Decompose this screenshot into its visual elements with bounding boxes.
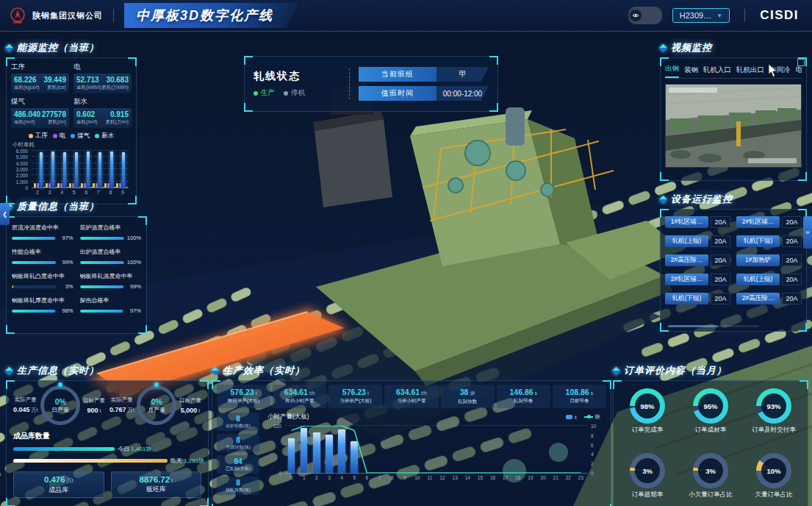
monthly-output-gauge: 0% 月产量 (137, 385, 176, 425)
panel-production-info: 生产信息（实时） 实际产量 0.045万t 0% 日产量 目标产量 900t (6, 364, 209, 506)
diamond-icon (659, 195, 667, 203)
scrollbar-thumb[interactable] (668, 325, 718, 327)
diamond-icon (5, 43, 13, 51)
inventory-yesterday-bar: 昨天1,293块 (13, 457, 201, 465)
efficiency-stat: 576.23t当班班产(大板) (328, 385, 382, 408)
hourly-chart-xticks: 01234567891011121314151617181920212223 (285, 475, 587, 480)
legend-dot (53, 134, 57, 138)
inventory-label: 成品库数量 (13, 431, 201, 441)
diamond-icon (659, 43, 667, 51)
visibility-toggle[interactable] (628, 7, 662, 24)
panel-title-text: 质量信息（当班） (17, 200, 99, 213)
equipment-row: 1#轧区辅…20A (665, 216, 730, 228)
efficiency-stat: 38块轧制块数 (441, 385, 495, 408)
energy-hourly-chart: 01,0002,0003,0004,0005,0006,000 (32, 151, 129, 188)
panel-title: 设备运行监控 (660, 193, 807, 206)
efficiency-stats-row: 576.23t昨日班产(大板) 634.61t/h昨日小时产量 576.23t当… (217, 385, 606, 408)
hourly-line-series (285, 426, 587, 473)
duty-time-value: 00:00-12:00 (436, 86, 489, 101)
efficiency-stat: 108.86s目标节奏 (553, 385, 606, 408)
right-axis-ticks: 0246810 (589, 426, 605, 473)
finished-store-stat: 0.476万t 成品库 (13, 471, 104, 498)
legend-dot (95, 134, 99, 138)
daily-output-gauge: 0% 日产量 (40, 385, 80, 425)
tab-camera-2[interactable]: 轧机入口 (703, 65, 731, 78)
side-stat: 8待轧块数(块) (217, 477, 259, 495)
legend-dot (71, 134, 75, 138)
hourly-output-chart: 小时产量(大板) t 块 0120 0246810 (265, 413, 606, 495)
energy-group: 电 52.71330.683 单耗(kWh/t)累耗(万kWh) (73, 62, 132, 93)
panel-title-text: 生产效率（实时） (223, 364, 305, 377)
quality-metric: 钢板终轧厚度命中率98% (12, 296, 73, 314)
quality-metric: 钢板终轧凸度命中率3% (12, 272, 73, 290)
efficiency-stat: 634.61t/h昨日小时产量 (273, 385, 326, 408)
production-panel-body: 实际产量 0.045万t 0% 日产量 目标产量 900t 实际产量 (6, 380, 209, 506)
top-bar-left: 陕钢集团汉钢公司 中厚板3D数字化产线 (0, 3, 298, 28)
equipment-row: 轧机(上辊)20A (665, 235, 730, 247)
producing-dot (254, 91, 258, 96)
equipment-panel-body: 1#轧区辅…20A 2#轧区辅…20A 轧机(上辊)20A 轧机(下辊)20A … (660, 209, 807, 332)
panel-title-text: 生产信息（实时） (17, 364, 99, 377)
order-donut: 3% 订单超期率 (630, 453, 665, 506)
chevron-down-icon: ▼ (716, 13, 722, 19)
tab-camera-5[interactable]: 电动辊 (796, 65, 802, 78)
efficiency-stat: 634.61t/h当班小时产量 (384, 385, 438, 408)
diamond-icon (612, 366, 620, 374)
diamond-icon (211, 366, 219, 374)
company-logo-icon (9, 7, 26, 24)
view-selector-dropdown[interactable]: H2309… ▼ (672, 8, 730, 23)
fullscreen-icon[interactable] (797, 59, 805, 66)
tab-camera-3[interactable]: 轧机出口 (736, 65, 764, 78)
camera-feed[interactable] (665, 84, 802, 168)
panel-title: 生产信息（实时） (6, 364, 209, 377)
equipment-row: 2#轧区辅…20A (736, 216, 802, 228)
tab-camera-1[interactable]: 装钢 (684, 65, 698, 78)
energy-chart-yticks: 01,0002,0003,0004,0005,0006,000 (11, 151, 30, 188)
camera-feed-image (666, 85, 801, 167)
panel-title-text: 视频监控 (671, 41, 712, 54)
panel-collapse-handle-right[interactable]: » (803, 216, 812, 249)
panel-collapse-handle-left[interactable]: ❮ (0, 203, 10, 225)
mouse-cursor (768, 63, 778, 78)
equipment-row: 2#高压除…20A (665, 254, 730, 266)
page-title: 中厚板3D数字化产线 (124, 3, 298, 28)
company-name: 陕钢集团汉钢公司 (32, 10, 103, 21)
energy-group: 新水 0.6020.915 单耗(m³/t)累耗(万m³) (73, 96, 132, 128)
diamond-icon (5, 366, 13, 374)
efficiency-side-stats: 8在炉坯数(块) 8当班计划(块) 84已轧制(大板) 8待轧块数(块) (217, 413, 259, 495)
divider (349, 68, 350, 99)
panel-title-text: 能源监控（当班） (17, 41, 99, 54)
equipment-row: 1#加热炉20A (736, 254, 802, 266)
energy-chart-xticks: 23456789 (32, 190, 129, 195)
eye-icon (630, 10, 642, 21)
panel-equipment-monitoring: 设备运行监控 1#轧区辅…20A 2#轧区辅…20A 轧机(上辊)20A 轧机(… (660, 193, 807, 332)
panel-title: 能源监控（当班） (6, 41, 137, 54)
bar-legend-swatch (566, 415, 572, 419)
panel-order-evaluation: 订单评价内容（当月） 98% 订单完成率 95% 订单成材率 93% 订单及时交… (613, 364, 808, 506)
inventory-today-bar: 今日1,401块 (13, 445, 201, 453)
dashboard: 陕钢集团汉钢公司 中厚板3D数字化产线 H2309… ▼ CISDI 能源监控（… (0, 0, 812, 506)
daily-output-gauge-group: 实际产量 0.045万t 0% 日产量 目标产量 900t (13, 385, 105, 425)
panel-title: 质量信息（当班） (6, 200, 147, 213)
equipment-row: 轧机(下辊)20A (736, 235, 802, 247)
panel-video-monitoring: 视频监控 出钢 装钢 轧机入口 轧机出口 中间冷 电动辊 (660, 41, 807, 181)
line-status-body: 轧线状态 生产 停机 当前班组 甲 值班时间 00:00-12:00 (244, 56, 498, 112)
panel-title: 订单评价内容（当月） (613, 364, 808, 377)
equipment-scrollbar (668, 325, 759, 327)
quality-metric: 出炉温度合格率100% (80, 248, 142, 266)
energy-group: 工序 68.22639.449 单耗(kgce/t)累耗(tce) (11, 62, 69, 93)
top-bar: 陕钢集团汉钢公司 中厚板3D数字化产线 H2309… ▼ CISDI (0, 0, 812, 32)
tab-camera-0[interactable]: 出钢 (665, 64, 679, 78)
energy-chart-ylabel: 小时单耗 (12, 141, 132, 149)
efficiency-stat: 146.86s轧制节奏 (497, 385, 550, 408)
side-stat: 8在炉坯数(块) (217, 413, 259, 431)
efficiency-stat: 576.23t昨日班产(大板) (217, 385, 270, 408)
side-stat: 8当班计划(块) (217, 434, 259, 452)
monthly-output-gauge-group: 实际产量 0.767万t 0% 月产量 目标产量 5,000t (109, 385, 201, 425)
camera-tabs: 出钢 装钢 轧机入口 轧机出口 中间冷 电动辊 (665, 61, 802, 79)
chart-title: 小时产量(大板) (267, 413, 309, 421)
order-donut: 93% 订单及时交付率 (752, 388, 796, 447)
divider (113, 9, 114, 22)
panel-title: 视频监控 (660, 41, 807, 54)
left-axis-ticks: 0120 (265, 426, 284, 473)
